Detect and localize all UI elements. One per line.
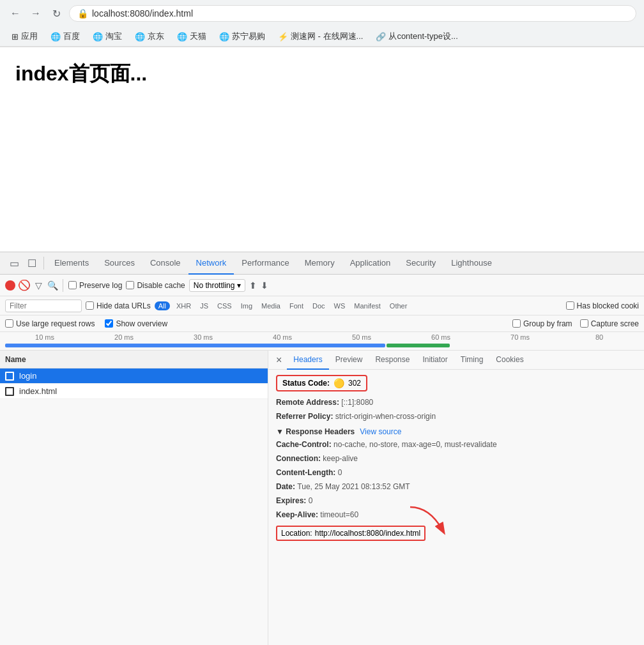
- request-login[interactable]: login: [0, 368, 268, 384]
- login-request-name: login: [19, 371, 36, 381]
- upload-icon[interactable]: ⬆: [249, 280, 257, 291]
- bookmark-taobao[interactable]: 🌐 淘宝: [89, 29, 126, 43]
- capture-screenshot-label[interactable]: Capture scree: [580, 319, 639, 328]
- filter-font[interactable]: Font: [287, 301, 306, 311]
- filter-xhr[interactable]: XHR: [174, 301, 194, 311]
- tab-network[interactable]: Network: [188, 252, 234, 275]
- bookmarks-bar: ⊞ 应用 🌐 百度 🌐 淘宝 🌐 京东 🌐 天猫 🌐 苏宁易购 ⚡ 测速网 - …: [0, 27, 644, 47]
- throttle-arrow-icon: ▾: [237, 281, 241, 290]
- request-index-html[interactable]: index.html: [0, 384, 268, 399]
- apps-icon: ⊞: [12, 32, 19, 42]
- options-left: Use large request rows Show overview: [5, 319, 502, 328]
- timeline-20ms: 20 ms: [84, 333, 164, 341]
- options-bar: Use large request rows Show overview Gro…: [0, 315, 644, 332]
- requests-header: Name: [0, 351, 268, 368]
- filter-media[interactable]: Media: [259, 301, 283, 311]
- timeline-blue-bar: [5, 344, 385, 347]
- bookmark-speedtest[interactable]: ⚡ 测速网 - 在线网速...: [274, 29, 367, 43]
- view-source-link[interactable]: View source: [360, 427, 401, 436]
- bookmark-tianmao[interactable]: 🌐 天猫: [173, 29, 210, 43]
- taobao-label: 淘宝: [105, 31, 122, 42]
- forward-button[interactable]: →: [28, 6, 43, 21]
- tab-elements[interactable]: Elements: [47, 252, 96, 275]
- hide-data-urls-checkbox[interactable]: [86, 301, 94, 310]
- tab-performance[interactable]: Performance: [234, 252, 296, 275]
- bookmark-baidu[interactable]: 🌐 百度: [47, 29, 84, 43]
- disable-cache-checkbox[interactable]: [126, 281, 134, 289]
- download-icon[interactable]: ⬇: [261, 280, 268, 291]
- suning-icon: 🌐: [219, 32, 229, 42]
- expires-value: 0: [309, 496, 313, 505]
- browser-chrome: ← → ↻ 🔒 localhost:8080/index.html ⊞ 应用 🌐…: [0, 0, 644, 47]
- filter-js[interactable]: JS: [197, 301, 211, 311]
- content-type-icon: 🔗: [376, 32, 386, 42]
- show-overview-label[interactable]: Show overview: [105, 319, 167, 328]
- bookmark-suning[interactable]: 🌐 苏宁易购: [215, 29, 269, 43]
- search-button[interactable]: 🔍: [47, 280, 57, 291]
- date-label: Date:: [276, 482, 297, 491]
- index-request-icon: [5, 387, 14, 396]
- jd-label: 京东: [148, 31, 164, 42]
- stop-button[interactable]: 🚫: [19, 280, 29, 291]
- tab-lighthouse[interactable]: Lighthouse: [443, 252, 500, 275]
- page-content: index首页面...: [0, 47, 644, 252]
- tab-separator: [43, 257, 44, 269]
- timeline-60ms: 60 ms: [401, 333, 480, 341]
- detail-tab-preview[interactable]: Preview: [329, 351, 369, 370]
- expires-row: Expires: 0: [276, 495, 636, 506]
- preserve-log-checkbox[interactable]: [68, 281, 77, 289]
- hide-data-urls-label[interactable]: Hide data URLs: [86, 301, 151, 310]
- filter-input[interactable]: [5, 300, 82, 312]
- suning-label: 苏宁易购: [232, 31, 265, 42]
- capture-screenshot-checkbox[interactable]: [580, 319, 588, 328]
- use-large-rows-checkbox[interactable]: [5, 319, 13, 328]
- tab-security[interactable]: Security: [398, 252, 443, 275]
- filter-ws[interactable]: WS: [332, 301, 348, 311]
- bookmark-content-type[interactable]: 🔗 从content-type设...: [372, 29, 461, 43]
- status-dot: 🟡: [334, 378, 344, 388]
- device-toolbar-icon[interactable]: ☐: [23, 254, 41, 272]
- tab-memory[interactable]: Memory: [297, 252, 342, 275]
- group-by-frame-checkbox[interactable]: [512, 319, 521, 328]
- filter-bar: Hide data URLs All XHR JS CSS Img Media …: [0, 296, 644, 315]
- filter-other[interactable]: Other: [387, 301, 410, 311]
- index-request-name: index.html: [19, 386, 57, 396]
- has-blocked-label[interactable]: Has blocked cooki: [566, 301, 639, 310]
- tab-application[interactable]: Application: [342, 252, 399, 275]
- taobao-icon: 🌐: [93, 32, 103, 42]
- preserve-log-label[interactable]: Preserve log: [68, 281, 122, 290]
- tab-sources[interactable]: Sources: [96, 252, 142, 275]
- toolbar-divider: [63, 279, 63, 292]
- address-bar[interactable]: 🔒 localhost:8080/index.html: [69, 5, 636, 22]
- show-overview-checkbox[interactable]: [105, 319, 113, 328]
- detail-tab-initiator[interactable]: Initiator: [416, 351, 454, 370]
- detail-tab-response[interactable]: Response: [369, 351, 416, 370]
- inspector-icon[interactable]: ▭: [5, 254, 23, 272]
- detail-tab-cookies[interactable]: Cookies: [489, 351, 530, 370]
- throttle-select[interactable]: No throttling ▾: [189, 279, 246, 292]
- record-button[interactable]: [5, 280, 15, 291]
- back-button[interactable]: ←: [8, 6, 23, 21]
- filter-img[interactable]: Img: [238, 301, 255, 311]
- detail-tab-timing[interactable]: Timing: [454, 351, 490, 370]
- tab-console[interactable]: Console: [142, 252, 188, 275]
- has-blocked-checkbox[interactable]: [566, 301, 574, 310]
- filter-css[interactable]: CSS: [215, 301, 234, 311]
- speedtest-icon: ⚡: [278, 32, 288, 42]
- reload-button[interactable]: ↻: [49, 6, 64, 21]
- filter-manifest[interactable]: Manifest: [351, 301, 383, 311]
- apps-label: 应用: [21, 31, 38, 42]
- bookmark-jd[interactable]: 🌐 京东: [131, 29, 168, 43]
- use-large-rows-label[interactable]: Use large request rows: [5, 319, 95, 328]
- timeline-30ms: 30 ms: [164, 333, 243, 341]
- bookmark-apps[interactable]: ⊞ 应用: [8, 29, 42, 43]
- referrer-policy-value: strict-origin-when-cross-origin: [335, 412, 436, 421]
- disable-cache-label[interactable]: Disable cache: [126, 281, 185, 290]
- close-details-button[interactable]: ×: [271, 354, 287, 366]
- filter-doc[interactable]: Doc: [310, 301, 328, 311]
- filter-button[interactable]: ▽: [33, 280, 43, 291]
- group-by-frame-label[interactable]: Group by fram: [512, 319, 572, 328]
- timeline-section: 10 ms 20 ms 30 ms 40 ms 50 ms 60 ms 70 m…: [0, 332, 644, 351]
- detail-tab-headers[interactable]: Headers: [287, 351, 328, 370]
- filter-all-tag[interactable]: All: [155, 301, 170, 310]
